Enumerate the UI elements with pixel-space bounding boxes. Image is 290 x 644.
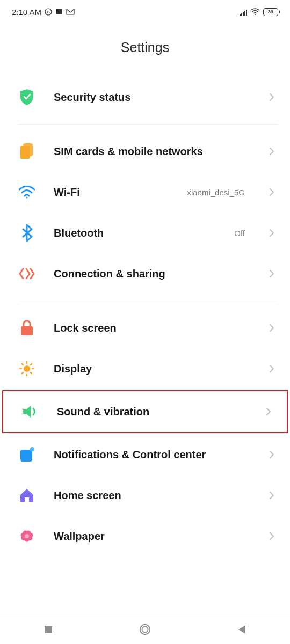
highlight-sound-vibration: Sound & vibration — [2, 390, 288, 433]
svg-rect-19 — [20, 450, 32, 462]
lock-icon — [18, 319, 35, 336]
status-time: 2:10 AM — [12, 8, 41, 17]
row-label: Lock screen — [54, 322, 250, 334]
chevron-right-icon — [269, 147, 278, 156]
row-label: Wallpaper — [54, 530, 250, 543]
svg-rect-7 — [20, 146, 30, 159]
gmail-icon — [66, 9, 75, 15]
svg-text:B: B — [47, 10, 50, 14]
divider — [18, 301, 278, 301]
settings-list: Security status SIM cards & mobile netwo… — [0, 77, 290, 557]
chevron-right-icon — [269, 92, 278, 102]
shield-check-icon — [18, 89, 35, 106]
row-label: Connection & sharing — [54, 268, 250, 280]
chevron-right-icon — [265, 407, 275, 416]
chevron-right-icon — [269, 364, 278, 374]
svg-point-24 — [142, 626, 148, 632]
row-label: Bluetooth — [54, 227, 216, 239]
row-display[interactable]: Display — [0, 348, 290, 389]
row-label: Notifications & Control center — [54, 449, 250, 461]
svg-line-16 — [31, 372, 32, 374]
status-bar: 2:10 AM B 39 — [0, 0, 290, 24]
row-label: Sound & vibration — [57, 406, 247, 418]
chevron-right-icon — [269, 450, 278, 459]
svg-point-5 — [255, 14, 256, 15]
chevron-right-icon — [269, 531, 278, 541]
row-security-status[interactable]: Security status — [0, 77, 290, 118]
row-value: xiaomi_desi_5G — [187, 188, 245, 197]
navigation-bar — [0, 614, 290, 644]
notifications-icon — [18, 446, 35, 463]
divider — [18, 124, 278, 125]
chevron-right-icon — [269, 491, 278, 500]
svg-rect-22 — [45, 626, 52, 633]
svg-point-21 — [25, 534, 29, 538]
row-label: Display — [54, 363, 250, 375]
back-button[interactable] — [235, 623, 248, 636]
cellular-signal-icon — [240, 9, 247, 16]
status-b-icon: B — [45, 8, 52, 16]
flower-icon — [18, 528, 35, 545]
row-wifi[interactable]: Wi-Fi xiaomi_desi_5G — [0, 172, 290, 213]
svg-rect-4 — [57, 12, 60, 12]
row-label: Wi-Fi — [54, 186, 169, 199]
row-label: SIM cards & mobile networks — [54, 145, 250, 158]
row-bluetooth[interactable]: Bluetooth Off — [0, 213, 290, 253]
battery-icon: 39 — [263, 8, 278, 16]
chevron-right-icon — [269, 187, 278, 197]
row-label: Home screen — [54, 489, 250, 502]
row-value: Off — [234, 229, 245, 238]
chevron-right-icon — [269, 269, 278, 279]
svg-line-17 — [31, 364, 32, 365]
wifi-signal-icon — [250, 8, 260, 16]
row-label: Security status — [54, 91, 250, 104]
wifi-icon — [18, 184, 35, 201]
message-icon — [55, 8, 63, 16]
bluetooth-icon — [18, 224, 35, 241]
svg-rect-9 — [21, 326, 33, 335]
sim-card-icon — [18, 143, 35, 160]
row-lock-screen[interactable]: Lock screen — [0, 308, 290, 348]
svg-point-23 — [140, 624, 150, 634]
row-sound-vibration[interactable]: Sound & vibration — [3, 391, 287, 432]
svg-line-18 — [22, 372, 23, 374]
share-icon — [18, 265, 35, 282]
page-title: Settings — [0, 24, 290, 77]
row-connection-sharing[interactable]: Connection & sharing — [0, 253, 290, 294]
row-sim-cards[interactable]: SIM cards & mobile networks — [0, 131, 290, 172]
svg-point-10 — [24, 365, 30, 372]
svg-rect-3 — [57, 11, 61, 11]
home-button[interactable] — [139, 623, 151, 636]
speaker-icon — [21, 403, 39, 420]
home-icon — [18, 487, 35, 504]
svg-point-8 — [26, 197, 28, 199]
svg-line-15 — [22, 364, 23, 365]
recents-button[interactable] — [42, 623, 55, 636]
brightness-icon — [18, 360, 35, 377]
row-wallpaper[interactable]: Wallpaper — [0, 516, 290, 557]
svg-point-20 — [30, 447, 34, 451]
chevron-right-icon — [269, 323, 278, 333]
row-home-screen[interactable]: Home screen — [0, 475, 290, 516]
chevron-right-icon — [269, 228, 278, 238]
row-notifications[interactable]: Notifications & Control center — [0, 434, 290, 475]
